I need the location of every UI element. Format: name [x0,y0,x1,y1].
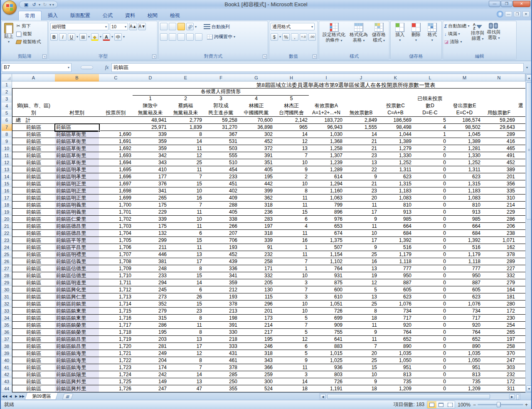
font-color-button[interactable]: A [103,33,110,41]
row-header-41[interactable]: 41 [2,364,12,372]
cell-J25[interactable]: 25 [344,251,379,258]
row-header-13[interactable]: 13 [2,166,12,174]
cell-K9[interactable]: 1,389 [378,138,413,145]
cell-K7[interactable]: 98,498 [378,124,413,131]
cell-M36[interactable]: 764 [447,329,482,336]
cell-B36[interactable]: 前鎮區鎮榮里 [55,329,99,336]
cell-I16[interactable]: 1,160 [309,187,344,195]
cell-N13[interactable]: 389 [482,166,517,173]
cell-K27[interactable]: 777 [378,265,413,272]
cell-F21[interactable]: 266 [203,223,239,230]
cell-G9[interactable]: 452 [239,138,274,145]
row-header-8[interactable]: 8 [2,131,12,138]
cell-F24[interactable]: 193 [203,244,239,251]
cell-I36[interactable]: 755 [309,329,344,336]
cell-G24[interactable]: 91 [239,244,274,251]
cell-H27[interactable]: 1 [274,265,309,272]
first-sheet-button[interactable]: ◀◀ [2,393,7,399]
decrease-decimal-button[interactable]: .00 [308,33,316,41]
cell-C24[interactable]: 1,706 [99,244,133,251]
total-value-cell[interactable]: 186,569 [378,117,413,124]
row-header-1[interactable]: 1 [2,81,12,89]
cell-K22[interactable]: 684 [378,230,413,237]
tab-view[interactable]: 檢視 [164,11,186,20]
cell-F25[interactable]: 452 [203,251,239,258]
cell-A13[interactable]: 前鎮區 [12,166,55,173]
close-button[interactable]: ✕ [513,1,530,7]
cell-K11[interactable]: 1,330 [378,152,413,159]
delete-cells-button[interactable]: 刪除 ▾ [410,22,422,52]
column-header-F[interactable]: F [203,74,239,81]
cell-B39[interactable]: 前鎮區鎮海里 [55,350,99,357]
cell-D24[interactable]: 211 [133,244,168,251]
fill-color-dropdown-icon[interactable]: ▾ [100,35,101,39]
zoom-in-button[interactable]: + [525,402,528,408]
row-header-39[interactable]: 39 [2,350,12,357]
cell-E35[interactable]: 11 [168,322,204,329]
cell-J37[interactable]: 11 [344,336,379,343]
align-bottom-button[interactable] [177,23,185,30]
cell-E18[interactable]: 7 [168,202,204,209]
cell-M32[interactable]: 1,076 [447,301,482,308]
horizontal-scroll-thumb[interactable] [327,394,490,399]
align-right-button[interactable] [177,33,185,41]
total-value-cell[interactable]: 183,720 [309,117,344,124]
cell-I18[interactable]: 799 [309,202,344,209]
cell-D36[interactable]: 195 [133,329,168,336]
cell-H20[interactable]: 6 [274,216,309,223]
cell-N43[interactable]: 172 [482,378,517,385]
save-button[interactable]: ▣ [23,2,30,7]
cell-C28[interactable]: 1,710 [99,272,133,279]
column-header-G[interactable]: G [239,74,274,81]
cell-E42[interactable]: 14 [168,371,204,378]
cell-K20[interactable]: 985 [378,216,413,223]
cell-L44[interactable]: 0 [413,385,448,392]
cell-C26[interactable]: 1,708 [99,258,133,265]
cell-B22[interactable]: 前鎮區德昌里 [55,230,99,237]
cell-E44[interactable]: 47 [168,385,204,392]
align-top-button[interactable] [160,23,167,30]
cell-F37[interactable]: 218 [203,336,239,343]
cell-A24[interactable]: 前鎮區 [12,244,55,251]
cell-E27[interactable]: 8 [168,265,204,272]
cell-M44[interactable]: 1,209 [447,385,482,392]
cell-D21[interactable]: 175 [133,223,168,230]
cell-M13[interactable]: 1,311 [447,166,482,173]
cell-J35[interactable]: 11 [344,322,379,329]
cell-L23[interactable]: 0 [413,237,448,244]
total-value-cell[interactable]: 48,941 [133,117,168,124]
cell-E40[interactable]: 8 [168,357,204,364]
cell-I29[interactable]: 875 [309,279,344,286]
cell-G30[interactable]: 130 [239,286,274,293]
cell-J22[interactable]: 10 [344,230,379,237]
row-header-17[interactable]: 17 [2,195,12,202]
cell-B41[interactable]: 前鎮區鎮海里 [55,364,99,371]
paste-dropdown-icon[interactable]: ▾ [8,39,10,44]
undo-button[interactable]: ↺ [31,2,37,7]
cell-E8[interactable]: 8 [168,131,204,138]
formula-bar-splitter[interactable] [71,63,102,72]
row-header-35[interactable]: 35 [2,322,12,329]
cell-K31[interactable]: 623 [378,293,413,301]
cell-H34[interactable]: 5 [274,315,309,322]
cell-H26[interactable]: 7 [274,258,309,265]
cell-M7[interactable]: 98,502 [447,124,482,131]
cell-C33[interactable]: 1,715 [99,308,133,315]
cell-D39[interactable]: 249 [133,350,168,357]
shrink-font-button[interactable]: A▼ [138,23,146,30]
cell-H23[interactable]: 16 [274,237,309,244]
row-header-11[interactable]: 11 [2,152,12,160]
cell-H41[interactable]: 11 [274,364,309,371]
cell-K23[interactable]: 1,392 [378,237,413,244]
formula-input[interactable]: 前鎮區 [111,63,524,72]
cell-N27[interactable]: 227 [482,265,517,272]
cell-M40[interactable]: 1,050 [447,357,482,364]
cell-N36[interactable]: 265 [482,329,517,336]
column-header-L[interactable]: L [413,74,448,81]
total-value-cell[interactable]: 186,574 [447,117,482,124]
cell-C14[interactable]: 1,696 [99,173,133,180]
cell-K44[interactable]: 1,209 [378,385,413,392]
cell-L28[interactable]: 0 [413,272,448,279]
cell-M24[interactable]: 516 [447,244,482,251]
cell-A40[interactable]: 前鎮區 [12,357,55,364]
